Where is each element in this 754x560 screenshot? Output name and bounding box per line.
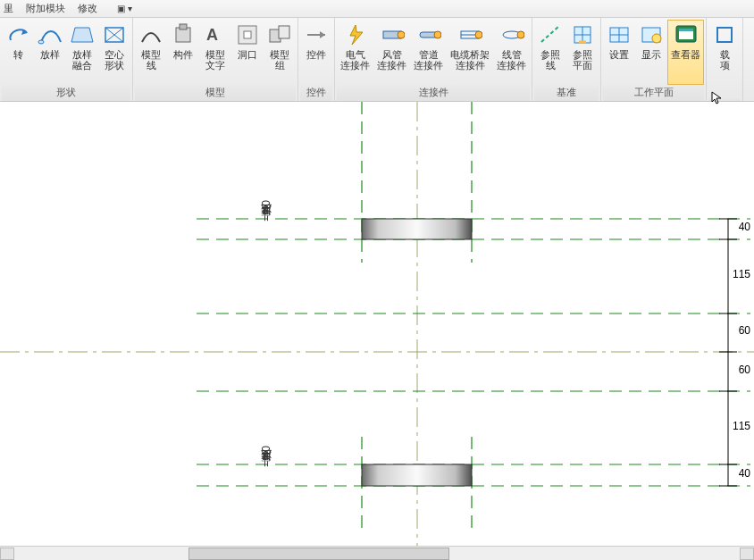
button-label: 洞口 xyxy=(238,49,257,71)
modelgroup-button[interactable]: 模型组 xyxy=(264,20,296,85)
menu-addins[interactable]: 附加模块 xyxy=(26,2,65,15)
component-button[interactable]: 构件 xyxy=(167,20,199,85)
menu-modify[interactable]: 修改 xyxy=(78,2,97,15)
button-label: 查看器 xyxy=(671,49,700,71)
scroll-thumb[interactable] xyxy=(188,547,449,560)
modelline-button[interactable]: 模型线 xyxy=(135,20,167,85)
ribbon-group: 参照线参照平面基准 xyxy=(532,18,601,101)
button-label: 参照平面 xyxy=(573,49,592,71)
scroll-right-button[interactable] xyxy=(740,547,754,560)
svg-rect-45 xyxy=(362,219,472,239)
button-label: 空心形状 xyxy=(105,49,124,71)
button-label: 参照线 xyxy=(540,49,560,71)
refline-icon xyxy=(538,22,563,47)
svg-point-14 xyxy=(398,31,405,38)
svg-rect-10 xyxy=(279,26,289,38)
set-button[interactable]: 设置 xyxy=(603,20,635,85)
blend-icon xyxy=(70,22,95,47)
blend-button[interactable]: 放样融合 xyxy=(66,20,98,85)
dim-2[interactable]: 60 xyxy=(739,324,750,337)
button-label: 风管连接件 xyxy=(377,49,406,71)
svg-point-16 xyxy=(434,31,441,38)
modeltext-icon: A xyxy=(203,22,228,47)
revolve-icon xyxy=(5,22,30,47)
opening-icon xyxy=(235,22,260,47)
flange-label-bottom: 法兰厚度 = 40 xyxy=(259,446,274,470)
scroll-track[interactable] xyxy=(14,547,740,560)
control-button[interactable]: 控件 xyxy=(300,20,332,85)
crop-button[interactable]: 载项 xyxy=(708,20,741,98)
conduit-button[interactable]: 线管连接件 xyxy=(493,20,530,85)
refline-button[interactable]: 参照线 xyxy=(534,20,566,85)
opening-button[interactable]: 洞口 xyxy=(231,20,264,85)
modeltext-button[interactable]: A模型文字 xyxy=(199,20,231,85)
button-label: 线管连接件 xyxy=(497,49,526,71)
crop-icon xyxy=(712,22,737,47)
menu-manage[interactable]: 里 xyxy=(4,2,13,15)
button-label: 设置 xyxy=(609,49,629,71)
button-label: 管道连接件 xyxy=(414,49,443,71)
button-label: 电气连接件 xyxy=(340,49,370,71)
svg-point-28 xyxy=(652,34,661,43)
dim-4[interactable]: 115 xyxy=(733,420,750,432)
conduit-icon xyxy=(499,22,524,47)
dim-3[interactable]: 60 xyxy=(739,364,750,376)
group-label: 形状 xyxy=(2,85,130,101)
ribbon-group: 转放样放样融合空心形状形状 xyxy=(0,18,133,101)
svg-point-19 xyxy=(475,31,482,38)
component-icon xyxy=(171,22,196,47)
sweep-icon xyxy=(38,22,63,47)
sweep-button[interactable]: 放样 xyxy=(34,20,66,85)
elec-icon xyxy=(343,22,368,47)
refplane-button[interactable]: 参照平面 xyxy=(566,20,599,85)
pipe-button[interactable]: 管道连接件 xyxy=(410,20,447,85)
menu-expand[interactable]: ▣ ▾ xyxy=(117,4,132,13)
svg-point-0 xyxy=(38,40,44,44)
button-label: 载项 xyxy=(720,49,730,71)
ribbon: 转放样放样融合空心形状形状模型线构件A模型文字洞口模型组模型控件控件电气连接件风… xyxy=(0,18,754,102)
group-label: 连接件 xyxy=(337,85,530,101)
cabletray-button[interactable]: 电缆桥架连接件 xyxy=(447,20,493,85)
group-label xyxy=(708,98,741,101)
hscrollbar[interactable] xyxy=(0,546,754,560)
cabletray-icon xyxy=(457,22,482,47)
button-label: 模型组 xyxy=(270,49,289,71)
svg-rect-32 xyxy=(717,28,732,42)
button-label: 控件 xyxy=(306,49,326,71)
drawing-canvas[interactable]: 法兰厚度 = 40 法兰厚度 = 40 40 115 60 60 115 40 xyxy=(0,102,754,560)
button-label: 放样融合 xyxy=(72,49,92,71)
viewer-icon xyxy=(674,22,699,47)
modelline-icon xyxy=(138,22,163,47)
ribbon-group: 模型线构件A模型文字洞口模型组模型 xyxy=(133,18,298,101)
show-icon xyxy=(639,22,664,47)
scroll-left-button[interactable] xyxy=(0,547,14,560)
button-label: 显示 xyxy=(641,49,661,71)
dim-5[interactable]: 40 xyxy=(739,467,750,480)
svg-rect-5 xyxy=(180,24,187,29)
button-label: 放样 xyxy=(40,49,60,71)
svg-rect-31 xyxy=(679,29,693,31)
ribbon-group: 电气连接件风管连接件管道连接件电缆桥架连接件线管连接件连接件 xyxy=(335,18,532,101)
svg-point-21 xyxy=(517,31,524,38)
svg-rect-46 xyxy=(362,464,472,486)
elec-button[interactable]: 电气连接件 xyxy=(337,20,373,85)
viewer-button[interactable]: 查看器 xyxy=(667,20,704,85)
void-icon xyxy=(102,22,127,47)
revolve-button[interactable]: 转 xyxy=(2,20,34,85)
dim-0[interactable]: 40 xyxy=(739,221,750,233)
void-button[interactable]: 空心形状 xyxy=(98,20,130,85)
group-label: 控件 xyxy=(300,85,332,101)
pipe-icon xyxy=(416,22,441,47)
button-label: 转 xyxy=(13,49,23,71)
svg-line-22 xyxy=(541,26,559,42)
menu-bar: 里 附加模块 修改 ▣ ▾ xyxy=(0,0,754,18)
show-button[interactable]: 显示 xyxy=(635,20,667,85)
dim-1[interactable]: 115 xyxy=(733,268,750,280)
button-label: 模型线 xyxy=(141,49,161,71)
svg-marker-12 xyxy=(320,31,325,38)
group-label: 模型 xyxy=(135,85,296,101)
button-label: 模型文字 xyxy=(205,49,225,71)
control-icon xyxy=(304,22,329,47)
set-icon xyxy=(607,22,632,47)
duct-button[interactable]: 风管连接件 xyxy=(373,20,410,85)
